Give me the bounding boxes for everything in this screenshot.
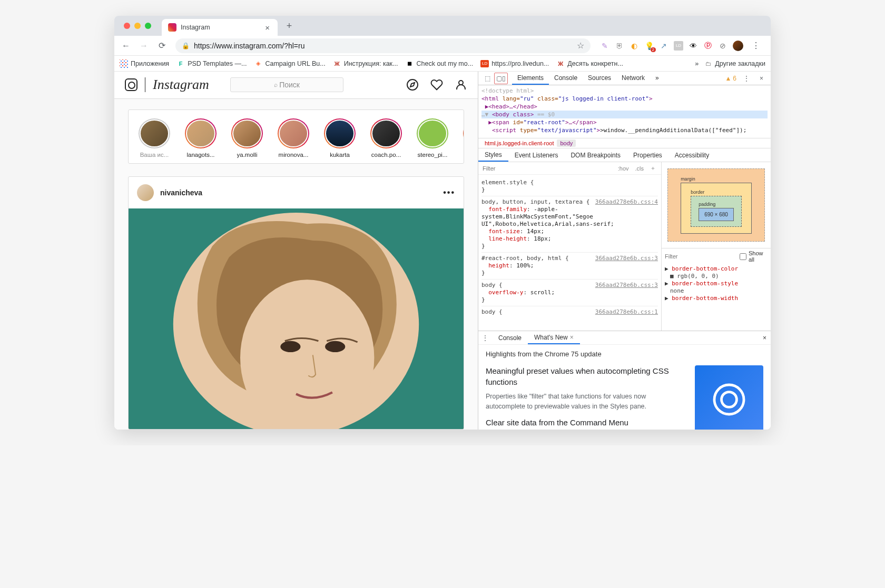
- subtab-listeners[interactable]: Event Listeners: [508, 150, 565, 161]
- svg-point-5: [240, 280, 374, 430]
- story-item[interactable]: coach.po...: [366, 118, 407, 158]
- instagram-camera-icon[interactable]: [125, 78, 137, 91]
- drawer-tab-close-icon[interactable]: ×: [570, 334, 574, 341]
- browser-menu-icon[interactable]: ⋮: [749, 38, 763, 53]
- drawer-tab-console[interactable]: Console: [492, 332, 528, 344]
- back-button[interactable]: ←: [119, 38, 133, 53]
- other-bookmarks-button[interactable]: 🗀 Другие закладки: [704, 59, 765, 68]
- browser-tab[interactable]: Instagram ×: [162, 19, 278, 36]
- story-item[interactable]: lanagots...: [180, 118, 221, 158]
- tab-network[interactable]: Network: [616, 72, 650, 85]
- inspect-element-icon[interactable]: ⬚: [480, 73, 494, 84]
- subtab-props[interactable]: Properties: [627, 150, 668, 161]
- styles-filter-input[interactable]: [480, 164, 615, 173]
- instagram-logo[interactable]: Instagram: [153, 77, 209, 93]
- subtab-a11y[interactable]: Accessibility: [668, 150, 715, 161]
- address-bar[interactable]: 🔒 https://www.instagram.com/?hl=ru ☆: [175, 38, 591, 53]
- tab-strip: Instagram × +: [114, 16, 771, 36]
- story-item[interactable]: mironova...: [273, 118, 314, 158]
- add-rule-icon[interactable]: ＋: [647, 163, 659, 173]
- apps-grid-icon: [120, 59, 128, 68]
- drawer-close-icon[interactable]: ×: [759, 333, 771, 343]
- ext-arrow-icon[interactable]: ↗: [659, 41, 668, 51]
- bookmark-item[interactable]: ЖИнструкция: как...: [333, 59, 398, 68]
- forward-button[interactable]: →: [136, 38, 151, 53]
- story-ring-icon: [324, 118, 356, 148]
- browser-toolbar: ← → ⟳ 🔒 https://www.instagram.com/?hl=ru…: [114, 36, 771, 56]
- bookmark-item[interactable]: ЖДесять конкретн...: [556, 59, 623, 68]
- story-item[interactable]: Ваша ис...: [134, 118, 175, 158]
- ext-bulb-icon[interactable]: 💡: [644, 41, 654, 51]
- ext-eye-icon[interactable]: 👁: [689, 41, 698, 51]
- close-tab-icon[interactable]: ×: [263, 23, 271, 32]
- story-ring-icon: [417, 118, 448, 148]
- bookmark-item[interactable]: FPSD Templates —...: [176, 59, 247, 68]
- bookmark-favicon-icon: LD: [480, 60, 489, 67]
- devtools-drawer: ⋮ Console What's New× × Highlights from …: [478, 331, 771, 430]
- story-label: ya.molli: [237, 152, 258, 157]
- drawer-h1: Meaningful preset values when autocomple…: [486, 365, 686, 387]
- apps-button[interactable]: Приложения: [120, 59, 169, 68]
- warnings-badge[interactable]: ▲ 6: [725, 75, 736, 82]
- bookmark-favicon-icon: F: [176, 59, 185, 68]
- ext-block-icon[interactable]: ⊘: [718, 41, 727, 51]
- drawer-menu-icon[interactable]: ⋮: [478, 332, 492, 344]
- ext-pinterest-icon[interactable]: ⓟ: [703, 41, 713, 51]
- post-options-icon[interactable]: •••: [443, 188, 455, 197]
- profile-avatar-icon[interactable]: [733, 41, 743, 51]
- new-tab-button[interactable]: +: [283, 21, 296, 32]
- explore-icon[interactable]: [406, 78, 419, 91]
- profile-icon[interactable]: [455, 78, 467, 91]
- maximize-window-icon[interactable]: [145, 23, 151, 29]
- ext-shield-icon[interactable]: ⛨: [615, 41, 624, 51]
- post-username[interactable]: nivanicheva: [160, 188, 443, 197]
- cls-toggle[interactable]: .cls: [632, 164, 647, 173]
- hov-toggle[interactable]: :hov: [615, 164, 632, 173]
- svg-point-9: [722, 392, 737, 407]
- post-header: nivanicheva •••: [129, 177, 464, 208]
- drawer-p1: Properties like "filter" that take funct…: [486, 392, 686, 412]
- bookmark-item[interactable]: ◼Check out my mo...: [405, 59, 473, 68]
- styles-rules[interactable]: element.style { } 366aad278e6b.css:4body…: [478, 175, 661, 331]
- device-toggle-icon[interactable]: ▢▯: [494, 73, 508, 84]
- bookmark-favicon-icon: ◈: [254, 59, 262, 68]
- story-item[interactable]: stereo_pi...: [412, 118, 453, 158]
- browser-window: Instagram × + ← → ⟳ 🔒 https://www.instag…: [114, 16, 771, 430]
- drawer-tab-whatsnew[interactable]: What's New×: [528, 332, 580, 344]
- story-item[interactable]: ya.molli: [227, 118, 268, 158]
- story-label: Ваша ис...: [140, 152, 169, 157]
- reload-button[interactable]: ⟳: [154, 38, 169, 53]
- search-input[interactable]: ⌕ Поиск: [230, 77, 343, 92]
- bookmark-item[interactable]: ◈Campaign URL Bu...: [254, 59, 325, 68]
- story-item[interactable]: na: [458, 118, 464, 158]
- show-all-checkbox[interactable]: [740, 253, 746, 260]
- tab-sources[interactable]: Sources: [583, 72, 616, 85]
- heart-icon[interactable]: [430, 78, 443, 91]
- close-window-icon[interactable]: [124, 23, 130, 29]
- post-avatar-icon[interactable]: [137, 184, 154, 201]
- devtools-menu-icon[interactable]: ⋮: [740, 73, 753, 84]
- bookmark-star-icon[interactable]: ☆: [577, 41, 584, 51]
- tabs-overflow-icon[interactable]: »: [650, 72, 664, 85]
- tab-elements[interactable]: Elements: [512, 72, 549, 85]
- post-image[interactable]: [129, 208, 464, 430]
- computed-filter-input[interactable]: [665, 253, 738, 260]
- tab-console[interactable]: Console: [549, 72, 583, 85]
- instagram-header: Instagram ⌕ Поиск: [114, 72, 478, 99]
- subtab-dombp[interactable]: DOM Breakpoints: [564, 150, 627, 161]
- bookmarks-overflow-icon[interactable]: »: [695, 60, 699, 67]
- elements-tree[interactable]: <!doctype html> <html lang="ru" class="j…: [478, 85, 771, 138]
- ext-pen-icon[interactable]: ✎: [600, 41, 609, 51]
- devtools-close-icon[interactable]: ×: [756, 74, 766, 83]
- computed-list[interactable]: ▶ border-bottom-color ■ rgb(0, 0, 0) ▶ b…: [662, 264, 771, 331]
- subtab-styles[interactable]: Styles: [478, 149, 508, 162]
- crumb-body[interactable]: body: [557, 139, 576, 147]
- search-icon: ⌕: [274, 81, 279, 88]
- crumb-html[interactable]: html.js.logged-in.client-root: [481, 139, 557, 147]
- minimize-window-icon[interactable]: [134, 23, 141, 29]
- ext-similarweb-icon[interactable]: ◐: [630, 41, 639, 51]
- ext-ld-icon[interactable]: LD: [674, 41, 683, 51]
- story-item[interactable]: kukarta: [319, 118, 360, 158]
- svg-point-6: [280, 341, 300, 352]
- bookmark-item[interactable]: LDhttps://pro.livedun...: [480, 60, 549, 67]
